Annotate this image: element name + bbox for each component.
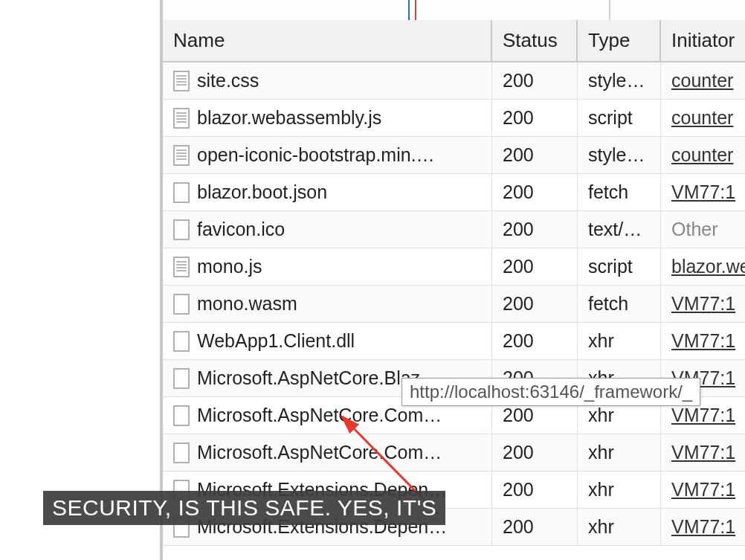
initiator-link[interactable]: VM77:1 bbox=[671, 405, 735, 426]
column-header-type[interactable]: Type bbox=[578, 20, 661, 62]
request-status[interactable]: 200 bbox=[492, 174, 578, 211]
request-name: Microsoft.AspNetCore.Com… bbox=[197, 442, 442, 463]
request-type[interactable]: script bbox=[578, 100, 661, 137]
initiator-link[interactable]: VM77:1 bbox=[671, 181, 735, 203]
request-status[interactable]: 200 bbox=[492, 323, 578, 360]
request-status[interactable]: 200 bbox=[492, 248, 578, 286]
request-initiator[interactable]: counter bbox=[661, 62, 745, 100]
request-initiator[interactable]: blazor.we bbox=[661, 248, 745, 286]
initiator-link[interactable]: VM77:1 bbox=[671, 293, 735, 315]
file-icon bbox=[173, 294, 190, 315]
timeline-strip[interactable] bbox=[163, 0, 745, 20]
request-name-cell[interactable]: mono.wasm bbox=[163, 286, 492, 323]
initiator-link[interactable]: counter bbox=[671, 107, 733, 129]
request-status[interactable]: 200 bbox=[492, 286, 578, 323]
request-status[interactable]: 200 bbox=[492, 509, 578, 546]
initiator-link: Other bbox=[671, 219, 718, 240]
file-icon bbox=[173, 145, 190, 166]
request-status[interactable]: 200 bbox=[492, 100, 578, 137]
file-icon bbox=[173, 405, 190, 426]
request-initiator[interactable]: VM77:1 bbox=[661, 509, 745, 546]
column-header-initiator[interactable]: Initiator bbox=[661, 20, 745, 62]
request-name-cell[interactable]: mono.js bbox=[163, 248, 492, 286]
request-type[interactable]: script bbox=[578, 248, 661, 286]
column-header-status[interactable]: Status bbox=[492, 20, 578, 62]
request-name-cell[interactable]: Microsoft.AspNetCore.Com… bbox=[163, 434, 492, 472]
request-initiator[interactable]: VM77:1 bbox=[661, 434, 745, 472]
file-icon bbox=[173, 331, 190, 352]
initiator-link[interactable]: VM77:1 bbox=[671, 330, 735, 352]
initiator-link[interactable]: VM77:1 bbox=[671, 479, 735, 501]
request-name-cell[interactable]: WebApp1.Client.dll bbox=[163, 323, 492, 360]
request-initiator[interactable]: VM77:1 bbox=[661, 472, 745, 509]
request-type[interactable]: style… bbox=[578, 137, 661, 174]
request-status[interactable]: 200 bbox=[492, 211, 578, 248]
request-name: blazor.webassembly.js bbox=[197, 107, 381, 129]
url-tooltip: http://localhost:63146/_framework/_ bbox=[401, 378, 700, 406]
request-initiator[interactable]: counter bbox=[661, 137, 745, 174]
column-header-name[interactable]: Name bbox=[163, 20, 492, 62]
request-name: favicon.ico bbox=[197, 219, 285, 240]
initiator-link[interactable]: blazor.we bbox=[671, 256, 745, 277]
request-name-cell[interactable]: favicon.ico bbox=[163, 211, 492, 248]
timeline-gridline bbox=[609, 0, 610, 20]
request-status[interactable]: 200 bbox=[492, 434, 578, 472]
left-gutter bbox=[0, 0, 160, 560]
request-name: site.css bbox=[197, 70, 259, 91]
request-initiator[interactable]: counter bbox=[661, 100, 745, 137]
request-name: mono.js bbox=[197, 256, 262, 277]
request-initiator[interactable]: VM77:1 bbox=[661, 323, 745, 360]
request-type[interactable]: xhr bbox=[578, 472, 661, 509]
request-type[interactable]: xhr bbox=[578, 509, 661, 546]
video-caption: SECURITY, IS THIS SAFE. YES, IT'S bbox=[43, 491, 445, 525]
initiator-link[interactable]: counter bbox=[671, 144, 733, 166]
request-type[interactable]: xhr bbox=[578, 434, 661, 472]
request-type[interactable]: fetch bbox=[578, 286, 661, 323]
request-initiator[interactable]: VM77:1 bbox=[661, 174, 745, 211]
request-status[interactable]: 200 bbox=[492, 137, 578, 174]
request-name: WebApp1.Client.dll bbox=[197, 330, 355, 352]
request-status[interactable]: 200 bbox=[492, 472, 578, 509]
initiator-link[interactable]: VM77:1 bbox=[671, 516, 735, 538]
request-initiator[interactable]: VM77:1 bbox=[661, 286, 745, 323]
request-name: blazor.boot.json bbox=[197, 181, 327, 203]
file-icon bbox=[173, 219, 190, 240]
file-icon bbox=[173, 368, 190, 389]
request-name-cell[interactable]: open-iconic-bootstrap.min.… bbox=[163, 137, 492, 174]
file-icon bbox=[173, 442, 190, 463]
request-name: mono.wasm bbox=[197, 293, 297, 315]
initiator-link[interactable]: counter bbox=[671, 70, 733, 91]
file-icon bbox=[173, 182, 190, 203]
request-type[interactable]: text/… bbox=[578, 211, 661, 248]
initiator-link[interactable]: VM77:1 bbox=[671, 442, 735, 463]
request-name: Microsoft.AspNetCore.Com… bbox=[197, 405, 442, 426]
request-status[interactable]: 200 bbox=[492, 62, 578, 100]
request-name-cell[interactable]: blazor.boot.json bbox=[163, 174, 492, 211]
request-name: open-iconic-bootstrap.min.… bbox=[197, 144, 435, 166]
request-initiator[interactable]: Other bbox=[661, 211, 745, 248]
file-icon bbox=[173, 108, 190, 129]
request-name-cell[interactable]: blazor.webassembly.js bbox=[163, 100, 492, 137]
network-table: Name Status Type Initiator site.css200st… bbox=[163, 20, 745, 546]
request-type[interactable]: fetch bbox=[578, 174, 661, 211]
request-name-cell[interactable]: site.css bbox=[163, 62, 492, 100]
file-icon bbox=[173, 257, 190, 277]
request-type[interactable]: style… bbox=[578, 62, 661, 100]
timeline-marker-domcontentloaded bbox=[408, 0, 410, 20]
file-icon bbox=[173, 71, 190, 91]
timeline-marker-load bbox=[415, 0, 416, 20]
request-type[interactable]: xhr bbox=[578, 323, 661, 360]
